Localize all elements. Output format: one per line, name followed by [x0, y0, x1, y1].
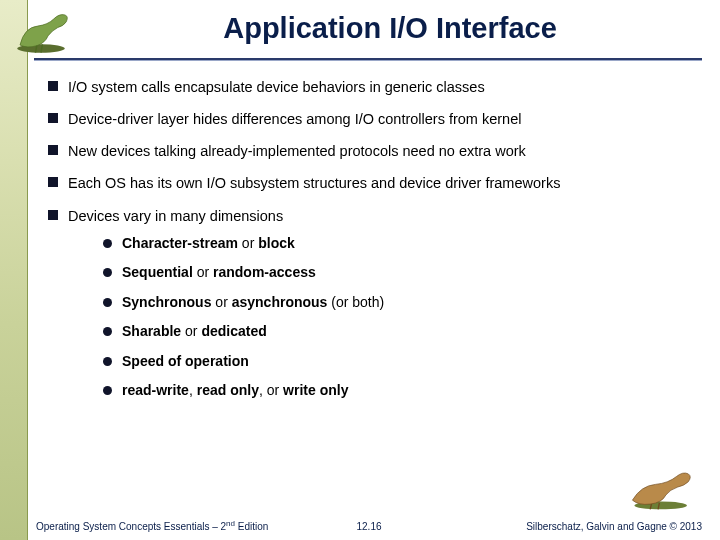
- bold-text: asynchronous: [232, 294, 328, 310]
- plain-text: or: [238, 235, 258, 251]
- slide: Application I/O Interface I/O system cal…: [0, 0, 720, 540]
- bold-text: Sequential: [122, 264, 193, 280]
- bold-text: Speed of operation: [122, 353, 249, 369]
- bullet-item: Devices vary in many dimensionsCharacter…: [44, 207, 696, 400]
- bullet-text: Devices vary in many dimensions: [68, 208, 283, 224]
- bold-text: Synchronous: [122, 294, 211, 310]
- bullet-item: I/O system calls encapsulate device beha…: [44, 78, 696, 96]
- sub-bullet-item: Speed of operation: [100, 353, 696, 371]
- plain-text: (or both): [327, 294, 384, 310]
- sub-bullet-item: Sequential or random-access: [100, 264, 696, 282]
- sub-bullet-item: read-write, read only, or write only: [100, 382, 696, 400]
- bullet-item: New devices talking already-implemented …: [44, 142, 696, 160]
- bold-text: Sharable: [122, 323, 181, 339]
- bullet-item: Device-driver layer hides differences am…: [44, 110, 696, 128]
- bullet-item: Each OS has its own I/O subsystem struct…: [44, 174, 696, 192]
- sub-bullet-item: Sharable or dedicated: [100, 323, 696, 341]
- bold-text: read-write: [122, 382, 189, 398]
- sub-bullet-item: Synchronous or asynchronous (or both): [100, 294, 696, 312]
- bold-text: Character-stream: [122, 235, 238, 251]
- bold-text: block: [258, 235, 295, 251]
- bullet-text: I/O system calls encapsulate device beha…: [68, 79, 485, 95]
- dinosaur-bottom-icon: [622, 466, 702, 512]
- sub-bullet-item: Character-stream or block: [100, 235, 696, 253]
- left-strip: [0, 0, 28, 540]
- bullet-text: Device-driver layer hides differences am…: [68, 111, 521, 127]
- plain-text: or: [193, 264, 213, 280]
- footer: Operating System Concepts Essentials – 2…: [36, 514, 702, 532]
- title-rule: [34, 58, 702, 61]
- bold-text: dedicated: [201, 323, 266, 339]
- plain-text: or: [181, 323, 201, 339]
- bold-text: random-access: [213, 264, 316, 280]
- footer-right: Silberschatz, Galvin and Gagne © 2013: [526, 521, 702, 532]
- bullet-text: New devices talking already-implemented …: [68, 143, 526, 159]
- bullet-text: Each OS has its own I/O subsystem struct…: [68, 175, 560, 191]
- dinosaur-top-icon: [6, 4, 76, 58]
- slide-title: Application I/O Interface: [90, 12, 690, 45]
- plain-text: or: [211, 294, 231, 310]
- slide-content: I/O system calls encapsulate device beha…: [44, 78, 696, 480]
- sub-bullet-list: Character-stream or blockSequential or r…: [100, 235, 696, 400]
- plain-text: ,: [189, 382, 197, 398]
- plain-text: , or: [259, 382, 283, 398]
- bold-text: read only: [197, 382, 259, 398]
- bullet-list: I/O system calls encapsulate device beha…: [44, 78, 696, 400]
- bold-text: write only: [283, 382, 348, 398]
